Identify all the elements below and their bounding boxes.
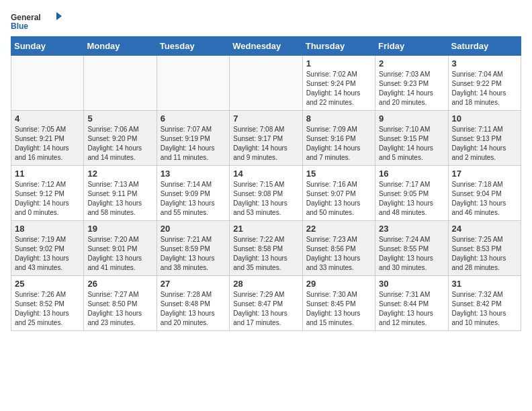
calendar-cell: 15Sunrise: 7:16 AM Sunset: 9:07 PM Dayli… [302, 166, 375, 221]
calendar-week-row: 4Sunrise: 7:05 AM Sunset: 9:21 PM Daylig… [11, 111, 521, 166]
calendar-table: SundayMondayTuesdayWednesdayThursdayFrid… [11, 36, 521, 331]
day-number: 5 [87, 113, 152, 124]
day-info: Sunrise: 7:16 AM Sunset: 9:07 PM Dayligh… [306, 180, 371, 218]
col-header-wednesday: Wednesday [230, 37, 302, 56]
day-number: 11 [15, 169, 80, 179]
day-info: Sunrise: 7:26 AM Sunset: 8:52 PM Dayligh… [15, 290, 80, 328]
day-number: 18 [15, 224, 80, 234]
day-info: Sunrise: 7:19 AM Sunset: 9:02 PM Dayligh… [15, 235, 80, 273]
calendar-cell: 11Sunrise: 7:12 AM Sunset: 9:12 PM Dayli… [11, 166, 84, 221]
day-info: Sunrise: 7:20 AM Sunset: 9:01 PM Dayligh… [87, 235, 152, 273]
day-info: Sunrise: 7:02 AM Sunset: 9:24 PM Dayligh… [306, 70, 371, 107]
day-info: Sunrise: 7:23 AM Sunset: 8:56 PM Dayligh… [306, 235, 371, 273]
calendar-cell: 19Sunrise: 7:20 AM Sunset: 9:01 PM Dayli… [84, 221, 157, 276]
day-info: Sunrise: 7:13 AM Sunset: 9:11 PM Dayligh… [87, 180, 152, 218]
calendar-cell [11, 56, 84, 111]
calendar-cell: 18Sunrise: 7:19 AM Sunset: 9:02 PM Dayli… [11, 221, 84, 276]
day-info: Sunrise: 7:08 AM Sunset: 9:17 PM Dayligh… [233, 125, 298, 163]
calendar-cell: 31Sunrise: 7:32 AM Sunset: 8:42 PM Dayli… [448, 276, 521, 331]
day-number: 12 [87, 169, 152, 179]
svg-text:General: General [11, 13, 41, 22]
day-info: Sunrise: 7:24 AM Sunset: 8:55 PM Dayligh… [379, 235, 444, 273]
day-number: 15 [306, 169, 371, 179]
calendar-cell: 2Sunrise: 7:03 AM Sunset: 9:23 PM Daylig… [375, 56, 448, 111]
calendar-cell: 16Sunrise: 7:17 AM Sunset: 9:05 PM Dayli… [375, 166, 448, 221]
calendar-cell: 20Sunrise: 7:21 AM Sunset: 8:59 PM Dayli… [157, 221, 229, 276]
day-number: 29 [306, 279, 371, 289]
calendar-cell: 22Sunrise: 7:23 AM Sunset: 8:56 PM Dayli… [302, 221, 375, 276]
day-number: 25 [15, 279, 80, 289]
col-header-friday: Friday [375, 37, 448, 56]
calendar-cell: 3Sunrise: 7:04 AM Sunset: 9:22 PM Daylig… [448, 56, 521, 111]
day-info: Sunrise: 7:17 AM Sunset: 9:05 PM Dayligh… [379, 180, 444, 218]
calendar-cell [230, 56, 302, 111]
col-header-saturday: Saturday [448, 37, 521, 56]
day-number: 28 [233, 279, 298, 289]
day-info: Sunrise: 7:27 AM Sunset: 8:50 PM Dayligh… [87, 290, 152, 328]
calendar-cell: 21Sunrise: 7:22 AM Sunset: 8:58 PM Dayli… [230, 221, 302, 276]
day-info: Sunrise: 7:22 AM Sunset: 8:58 PM Dayligh… [233, 235, 298, 273]
day-number: 16 [379, 169, 444, 179]
calendar-cell: 24Sunrise: 7:25 AM Sunset: 8:53 PM Dayli… [448, 221, 521, 276]
header: General Blue [11, 11, 521, 31]
calendar-cell: 10Sunrise: 7:11 AM Sunset: 9:13 PM Dayli… [448, 111, 521, 166]
day-number: 31 [452, 279, 517, 289]
day-info: Sunrise: 7:31 AM Sunset: 8:44 PM Dayligh… [379, 290, 444, 328]
day-number: 7 [233, 113, 298, 124]
calendar-week-row: 1Sunrise: 7:02 AM Sunset: 9:24 PM Daylig… [11, 56, 521, 111]
day-info: Sunrise: 7:18 AM Sunset: 9:04 PM Dayligh… [452, 180, 517, 218]
col-header-tuesday: Tuesday [157, 37, 229, 56]
day-number: 26 [87, 279, 152, 289]
calendar-cell: 7Sunrise: 7:08 AM Sunset: 9:17 PM Daylig… [230, 111, 302, 166]
day-info: Sunrise: 7:30 AM Sunset: 8:45 PM Dayligh… [306, 290, 371, 328]
day-info: Sunrise: 7:03 AM Sunset: 9:23 PM Dayligh… [379, 70, 444, 107]
calendar-cell: 1Sunrise: 7:02 AM Sunset: 9:24 PM Daylig… [302, 56, 375, 111]
calendar-cell: 29Sunrise: 7:30 AM Sunset: 8:45 PM Dayli… [302, 276, 375, 331]
calendar-cell: 4Sunrise: 7:05 AM Sunset: 9:21 PM Daylig… [11, 111, 84, 166]
calendar-cell: 23Sunrise: 7:24 AM Sunset: 8:55 PM Dayli… [375, 221, 448, 276]
calendar-week-row: 18Sunrise: 7:19 AM Sunset: 9:02 PM Dayli… [11, 221, 521, 276]
calendar-cell [157, 56, 229, 111]
day-info: Sunrise: 7:10 AM Sunset: 9:15 PM Dayligh… [379, 125, 444, 163]
logo: General Blue [11, 11, 64, 31]
calendar-week-row: 11Sunrise: 7:12 AM Sunset: 9:12 PM Dayli… [11, 166, 521, 221]
day-info: Sunrise: 7:09 AM Sunset: 9:16 PM Dayligh… [306, 125, 371, 163]
day-number: 24 [452, 224, 517, 234]
day-number: 21 [233, 224, 298, 234]
day-info: Sunrise: 7:28 AM Sunset: 8:48 PM Dayligh… [161, 290, 226, 328]
day-number: 1 [306, 58, 371, 68]
calendar-cell: 28Sunrise: 7:29 AM Sunset: 8:47 PM Dayli… [230, 276, 302, 331]
day-info: Sunrise: 7:07 AM Sunset: 9:19 PM Dayligh… [161, 125, 226, 163]
calendar-cell: 13Sunrise: 7:14 AM Sunset: 9:09 PM Dayli… [157, 166, 229, 221]
day-info: Sunrise: 7:14 AM Sunset: 9:09 PM Dayligh… [161, 180, 226, 218]
day-number: 27 [161, 279, 226, 289]
calendar-header-row: SundayMondayTuesdayWednesdayThursdayFrid… [11, 37, 521, 56]
day-info: Sunrise: 7:15 AM Sunset: 9:08 PM Dayligh… [233, 180, 298, 218]
day-info: Sunrise: 7:29 AM Sunset: 8:47 PM Dayligh… [233, 290, 298, 328]
day-number: 3 [452, 58, 517, 68]
day-info: Sunrise: 7:21 AM Sunset: 8:59 PM Dayligh… [161, 235, 226, 273]
calendar-cell: 26Sunrise: 7:27 AM Sunset: 8:50 PM Dayli… [84, 276, 157, 331]
day-number: 10 [452, 113, 517, 124]
day-number: 22 [306, 224, 371, 234]
day-info: Sunrise: 7:06 AM Sunset: 9:20 PM Dayligh… [87, 125, 152, 163]
calendar-cell: 25Sunrise: 7:26 AM Sunset: 8:52 PM Dayli… [11, 276, 84, 331]
day-number: 17 [452, 169, 517, 179]
calendar-cell: 30Sunrise: 7:31 AM Sunset: 8:44 PM Dayli… [375, 276, 448, 331]
svg-text:Blue: Blue [11, 21, 28, 31]
day-number: 6 [161, 113, 226, 124]
day-info: Sunrise: 7:11 AM Sunset: 9:13 PM Dayligh… [452, 125, 517, 163]
calendar-cell: 17Sunrise: 7:18 AM Sunset: 9:04 PM Dayli… [448, 166, 521, 221]
col-header-sunday: Sunday [11, 37, 84, 56]
day-info: Sunrise: 7:05 AM Sunset: 9:21 PM Dayligh… [15, 125, 80, 163]
day-number: 19 [87, 224, 152, 234]
calendar-cell: 8Sunrise: 7:09 AM Sunset: 9:16 PM Daylig… [302, 111, 375, 166]
col-header-monday: Monday [84, 37, 157, 56]
day-number: 30 [379, 279, 444, 289]
day-number: 14 [233, 169, 298, 179]
calendar-cell [84, 56, 157, 111]
day-number: 9 [379, 113, 444, 124]
day-number: 8 [306, 113, 371, 124]
day-number: 2 [379, 58, 444, 68]
calendar-cell: 27Sunrise: 7:28 AM Sunset: 8:48 PM Dayli… [157, 276, 229, 331]
